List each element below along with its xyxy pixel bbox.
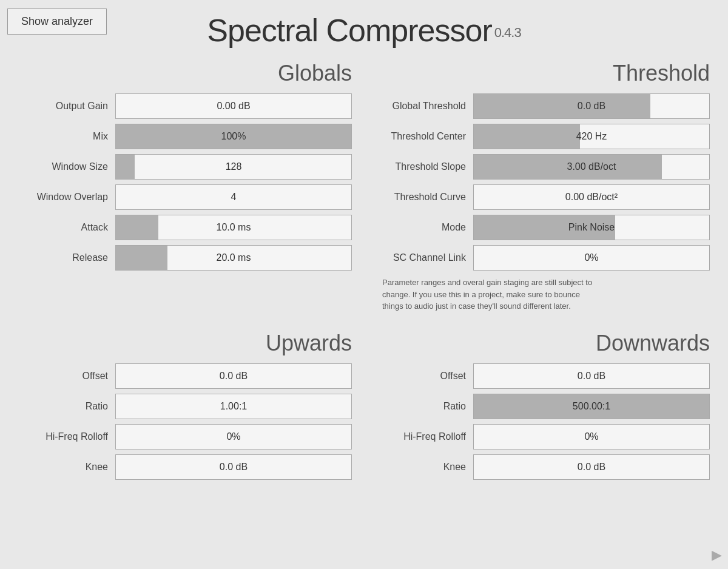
param-row: Hi-Freq Rolloff0%	[376, 424, 710, 449]
threshold-title: Threshold	[376, 61, 710, 86]
param-row: Offset0.0 dB	[18, 363, 352, 389]
param-label: Output Gain	[18, 101, 115, 112]
param-label: Ratio	[376, 401, 473, 412]
param-value: 20.0 ms	[116, 252, 351, 263]
param-row: ModePink Noise	[376, 215, 710, 240]
param-control[interactable]: 0%	[115, 424, 352, 449]
param-control[interactable]: 20.0 ms	[115, 245, 352, 271]
param-value: 0.0 dB	[474, 371, 709, 382]
threshold-rows: Global Threshold0.0 dBThreshold Center42…	[376, 93, 710, 271]
version-label: 0.4.3	[494, 25, 521, 40]
globals-panel: Globals Output Gain0.00 dBMix100%Window …	[18, 61, 352, 312]
param-value: 0.0 dB	[116, 462, 351, 473]
param-control[interactable]: 128	[115, 154, 352, 180]
param-control[interactable]: 10.0 ms	[115, 215, 352, 240]
warning-text: Parameter ranges and overal gain staging…	[376, 277, 710, 312]
param-control[interactable]: 0.00 dB/oct²	[473, 184, 710, 210]
param-value: 3.00 dB/oct	[474, 161, 709, 172]
param-label: Mode	[376, 222, 473, 233]
downwards-rows: Offset0.0 dBRatio500.00:1Hi-Freq Rolloff…	[376, 363, 710, 480]
param-row: Threshold Center420 Hz	[376, 124, 710, 149]
param-control[interactable]: 1.00:1	[115, 394, 352, 419]
globals-title: Globals	[18, 61, 352, 86]
param-row: Mix100%	[18, 124, 352, 149]
param-label: Ratio	[18, 401, 115, 412]
main-content: Globals Output Gain0.00 dBMix100%Window …	[0, 61, 728, 569]
param-row: Attack10.0 ms	[18, 215, 352, 240]
param-label: Hi-Freq Rolloff	[376, 431, 473, 442]
param-label: SC Channel Link	[376, 252, 473, 263]
app-name: Spectral Compressor	[207, 13, 491, 48]
param-row: SC Channel Link0%	[376, 245, 710, 271]
globals-rows: Output Gain0.00 dBMix100%Window Size128W…	[18, 93, 352, 271]
param-label: Global Threshold	[376, 101, 473, 112]
param-control[interactable]: 100%	[115, 124, 352, 149]
top-section: Globals Output Gain0.00 dBMix100%Window …	[18, 61, 710, 312]
param-value: 10.0 ms	[116, 222, 351, 233]
param-label: Mix	[18, 131, 115, 142]
param-value: 420 Hz	[474, 131, 709, 142]
param-value: 0.0 dB	[116, 371, 351, 382]
param-control[interactable]: 0%	[473, 245, 710, 271]
param-row: Knee0.0 dB	[376, 454, 710, 480]
param-label: Window Size	[18, 161, 115, 172]
param-value: 4	[116, 192, 351, 203]
param-value: 500.00:1	[474, 401, 709, 412]
param-control[interactable]: 0.0 dB	[115, 454, 352, 480]
param-row: Release20.0 ms	[18, 245, 352, 271]
param-label: Release	[18, 252, 115, 263]
param-control[interactable]: 3.00 dB/oct	[473, 154, 710, 180]
downwards-title: Downwards	[376, 331, 710, 356]
corner-arrow-icon: ▶	[712, 547, 722, 563]
param-value: 0%	[474, 252, 709, 263]
param-value: 0.0 dB	[474, 462, 709, 473]
param-value: 0%	[116, 431, 351, 442]
upwards-rows: Offset0.0 dBRatio1.00:1Hi-Freq Rolloff0%…	[18, 363, 352, 480]
threshold-panel: Threshold Global Threshold0.0 dBThreshol…	[376, 61, 710, 312]
param-control[interactable]: Pink Noise	[473, 215, 710, 240]
param-label: Threshold Curve	[376, 192, 473, 203]
param-row: Offset0.0 dB	[376, 363, 710, 389]
param-control[interactable]: 0.0 dB	[115, 363, 352, 389]
param-row: Hi-Freq Rolloff0%	[18, 424, 352, 449]
param-value: Pink Noise	[474, 222, 709, 233]
param-control[interactable]: 500.00:1	[473, 394, 710, 419]
param-control[interactable]: 420 Hz	[473, 124, 710, 149]
param-label: Window Overlap	[18, 192, 115, 203]
param-value: 0%	[474, 431, 709, 442]
param-value: 0.00 dB/oct²	[474, 192, 709, 203]
upwards-panel: Upwards Offset0.0 dBRatio1.00:1Hi-Freq R…	[18, 331, 352, 485]
param-control[interactable]: 4	[115, 184, 352, 210]
param-control[interactable]: 0.0 dB	[473, 454, 710, 480]
param-label: Knee	[18, 462, 115, 473]
param-row: Window Size128	[18, 154, 352, 180]
param-row: Threshold Curve0.00 dB/oct²	[376, 184, 710, 210]
param-control[interactable]: 0.00 dB	[115, 93, 352, 119]
param-label: Hi-Freq Rolloff	[18, 431, 115, 442]
param-label: Threshold Slope	[376, 161, 473, 172]
param-value: 1.00:1	[116, 401, 351, 412]
param-label: Offset	[18, 371, 115, 382]
bottom-section: Upwards Offset0.0 dBRatio1.00:1Hi-Freq R…	[18, 331, 710, 485]
param-value: 0.0 dB	[474, 101, 709, 112]
param-control[interactable]: 0%	[473, 424, 710, 449]
upwards-title: Upwards	[18, 331, 352, 356]
param-row: Ratio1.00:1	[18, 394, 352, 419]
param-row: Ratio500.00:1	[376, 394, 710, 419]
downwards-panel: Downwards Offset0.0 dBRatio500.00:1Hi-Fr…	[376, 331, 710, 485]
param-row: Window Overlap4	[18, 184, 352, 210]
param-value: 100%	[116, 131, 351, 142]
param-row: Global Threshold0.0 dB	[376, 93, 710, 119]
param-row: Knee0.0 dB	[18, 454, 352, 480]
param-label: Knee	[376, 462, 473, 473]
page-title: Spectral Compressor0.4.3	[0, 12, 728, 49]
param-label: Offset	[376, 371, 473, 382]
param-label: Attack	[18, 222, 115, 233]
param-value: 0.00 dB	[116, 101, 351, 112]
param-control[interactable]: 0.0 dB	[473, 363, 710, 389]
param-row: Threshold Slope3.00 dB/oct	[376, 154, 710, 180]
param-label: Threshold Center	[376, 131, 473, 142]
param-control[interactable]: 0.0 dB	[473, 93, 710, 119]
param-value: 128	[116, 161, 351, 172]
param-row: Output Gain0.00 dB	[18, 93, 352, 119]
